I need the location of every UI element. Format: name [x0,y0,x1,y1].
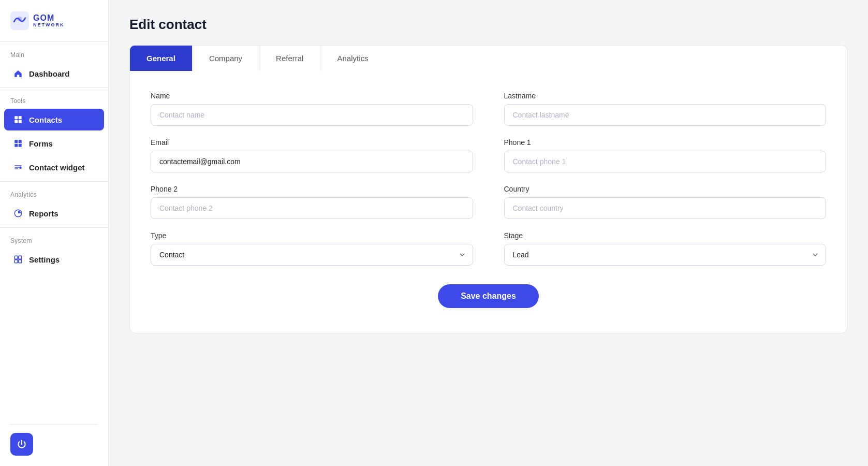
logo-icon [10,11,29,30]
form-card: Name Lastname Email Phone 1 Phone 2 [129,71,847,333]
section-label-main: Main [0,44,108,62]
label-email: Email [151,138,473,147]
label-phone2: Phone 2 [151,185,473,193]
tab-analytics[interactable]: Analytics [320,46,385,71]
logo-text: GOM NETWORK [33,13,65,27]
sidebar-bottom [0,416,108,466]
tab-general[interactable]: General [130,46,193,71]
field-email: Email [151,138,473,172]
field-lastname: Lastname [504,92,827,126]
sidebar-item-contacts[interactable]: Contacts [4,109,104,130]
contacts-label: Contacts [29,115,62,124]
input-phone2[interactable] [151,197,473,219]
field-phone2: Phone 2 [151,185,473,219]
svg-rect-14 [14,260,18,263]
sidebar-item-reports[interactable]: Reports [4,202,104,224]
logo-gom: GOM [33,13,65,23]
svg-rect-9 [19,144,22,147]
svg-rect-15 [19,260,22,263]
sidebar: GOM NETWORK Main Dashboard Tools Contact… [0,0,109,466]
svg-rect-8 [14,144,18,147]
label-stage: Stage [504,231,827,240]
home-icon [12,68,24,79]
logo-network: NETWORK [33,23,65,28]
divider-2 [0,181,108,182]
save-row: Save changes [151,284,826,308]
label-country: Country [504,185,827,193]
field-stage: Stage Lead Prospect Customer Churned [504,231,827,266]
section-label-analytics: Analytics [0,184,108,201]
sidebar-item-contact-widget[interactable]: Contact widget [4,156,104,178]
input-lastname[interactable] [504,104,827,126]
label-lastname: Lastname [504,92,827,100]
select-stage[interactable]: Lead Prospect Customer Churned [504,244,827,266]
svg-rect-10 [19,167,22,169]
tabs-container: General Company Referral Analytics [129,45,847,71]
tab-referral[interactable]: Referral [259,46,320,71]
input-phone1[interactable] [504,151,827,172]
power-icon [17,439,27,449]
svg-rect-2 [14,116,18,119]
field-type: Type Contact Lead Customer Partner [151,231,473,266]
forms-icon [12,138,24,149]
reports-icon [12,208,24,219]
svg-rect-7 [19,140,22,143]
sidebar-item-forms[interactable]: Forms [4,133,104,154]
logo: GOM NETWORK [0,0,108,39]
save-button[interactable]: Save changes [438,284,539,308]
input-name[interactable] [151,104,473,126]
divider-3 [0,227,108,228]
contact-widget-label: Contact widget [29,163,85,172]
label-name: Name [151,92,473,100]
section-label-tools: Tools [0,90,108,108]
svg-rect-13 [19,256,22,259]
input-country[interactable] [504,197,827,219]
divider-top [0,41,108,42]
field-phone1: Phone 1 [504,138,827,172]
forms-label: Forms [29,139,53,148]
contacts-icon [12,114,24,125]
page-title: Edit contact [129,17,847,33]
field-country: Country [504,185,827,219]
divider-bottom [10,424,98,425]
svg-rect-5 [19,120,22,123]
settings-icon [12,254,24,265]
select-type[interactable]: Contact Lead Customer Partner [151,244,473,266]
settings-label: Settings [29,255,60,264]
svg-rect-12 [14,256,18,259]
reports-label: Reports [29,209,58,218]
section-label-system: System [0,230,108,247]
svg-point-1 [18,17,22,21]
svg-rect-6 [14,140,18,143]
label-type: Type [151,231,473,240]
svg-rect-4 [14,120,18,123]
input-email[interactable] [151,151,473,172]
dashboard-label: Dashboard [29,69,69,78]
form-grid: Name Lastname Email Phone 1 Phone 2 [151,92,826,266]
main-content: Edit contact General Company Referral An… [109,0,868,466]
divider-1 [0,88,108,88]
power-button[interactable] [10,433,33,456]
label-phone1: Phone 1 [504,138,827,147]
widget-icon [12,162,24,173]
sidebar-item-settings[interactable]: Settings [4,249,104,270]
field-name: Name [151,92,473,126]
sidebar-item-dashboard[interactable]: Dashboard [4,63,104,84]
tab-company[interactable]: Company [193,46,259,71]
svg-rect-3 [19,116,22,119]
